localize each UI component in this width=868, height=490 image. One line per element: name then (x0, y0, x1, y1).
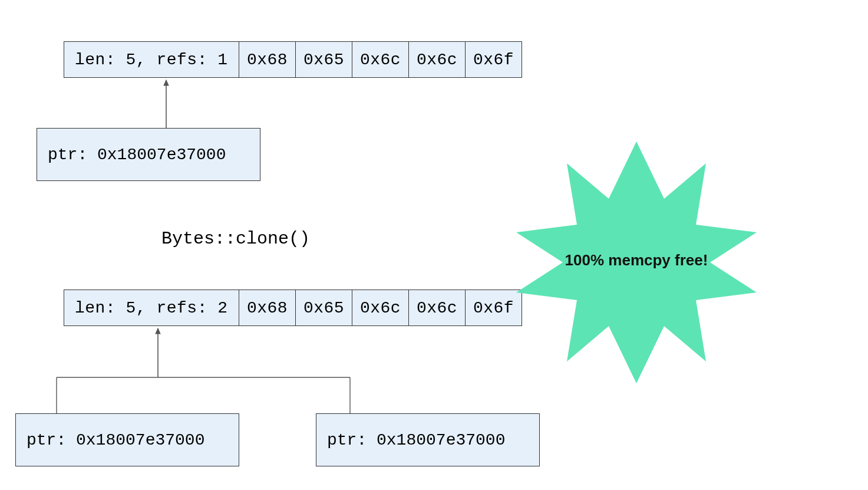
starburst-text: 100% memcpy free! (565, 251, 708, 269)
starburst-icon: 100% memcpy free! (483, 136, 790, 389)
